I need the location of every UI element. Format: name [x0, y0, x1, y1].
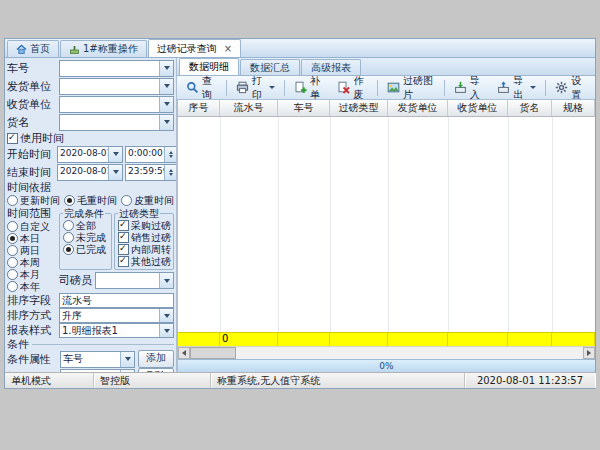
checkbox-icon: [118, 244, 129, 255]
column-header-vehicle[interactable]: 车号: [278, 100, 330, 116]
scroll-left-button[interactable]: [178, 347, 190, 359]
radio-icon: [121, 195, 132, 206]
column-gridline: [552, 117, 553, 332]
time-spinner[interactable]: [164, 165, 176, 180]
radio-update-time[interactable]: 更新时间: [7, 194, 60, 208]
settings-button[interactable]: 设置: [549, 77, 592, 98]
sort-order-combo[interactable]: 升序: [59, 308, 174, 323]
column-header-weigh-type[interactable]: 过磅类型: [330, 100, 388, 116]
checkbox-purchase-weigh[interactable]: 采购过磅: [118, 220, 171, 231]
combo-value: [60, 115, 159, 130]
condition-attr-combo[interactable]: 车号: [60, 351, 135, 368]
chevron-down-icon[interactable]: [159, 309, 173, 322]
radio-range-custom[interactable]: 自定义: [7, 221, 57, 232]
vehicle-combo[interactable]: [59, 60, 174, 77]
scrollbar-thumb[interactable]: [190, 347, 236, 359]
radio-range-year[interactable]: 本年: [7, 281, 57, 292]
receiver-combo[interactable]: [59, 96, 174, 113]
use-time-row: 使用时间: [7, 132, 174, 144]
radio-gross-time[interactable]: 毛重时间: [64, 194, 117, 208]
chevron-down-icon[interactable]: [159, 79, 173, 94]
radio-finish-all[interactable]: 全部: [63, 220, 109, 231]
chevron-down-icon[interactable]: [159, 273, 173, 288]
option-label: 皮重时间: [134, 194, 174, 208]
status-message: 称重系统,无人值守系统: [211, 373, 465, 388]
scrollbar-track[interactable]: [236, 347, 583, 359]
table-body-empty[interactable]: [178, 117, 595, 332]
radio-icon: [64, 195, 75, 206]
home-icon: [16, 44, 27, 55]
summary-count: 0: [220, 333, 278, 346]
column-header-serial[interactable]: 流水号: [220, 100, 278, 116]
checkbox-other-weigh[interactable]: 其他过磅: [118, 256, 171, 267]
end-date-combo[interactable]: 2020-08-01: [57, 164, 123, 181]
column-header-seq[interactable]: 序号: [178, 100, 220, 116]
end-time-spinbox[interactable]: 23:59:59: [125, 164, 177, 181]
sender-combo[interactable]: [59, 78, 174, 95]
horizontal-scrollbar[interactable]: [178, 346, 595, 359]
goods-combo[interactable]: [59, 114, 174, 131]
status-mode: 单机模式: [5, 373, 94, 388]
radio-range-month[interactable]: 本月: [7, 269, 57, 280]
chevron-down-icon[interactable]: [159, 97, 173, 112]
radio-icon: [7, 257, 18, 268]
toolbar-separator: [284, 80, 285, 96]
tab-home[interactable]: 首页: [7, 40, 59, 57]
weigh-photos-button[interactable]: 过磅图片: [381, 77, 441, 98]
column-header-receiver[interactable]: 收货单位: [448, 100, 508, 116]
finish-state-group: 完成条件 全部 未完成 已完成: [59, 213, 112, 270]
tab-weigh-operation[interactable]: 1#称重操作: [60, 40, 147, 57]
chevron-down-icon[interactable]: [120, 352, 134, 367]
chevron-down-icon[interactable]: [108, 147, 122, 162]
chevron-down-icon[interactable]: [159, 324, 173, 337]
chevron-down-icon[interactable]: [108, 165, 122, 180]
radio-tare-time[interactable]: 皮重时间: [121, 194, 174, 208]
tab-label: 首页: [30, 42, 50, 56]
column-header-sender[interactable]: 发货单位: [388, 100, 448, 116]
radio-range-today[interactable]: 本日: [7, 233, 57, 244]
radio-range-week[interactable]: 本周: [7, 257, 57, 268]
import-button[interactable]: 导入: [448, 77, 491, 98]
time-range-label: 时间范围: [7, 208, 57, 220]
radio-finish-complete[interactable]: 已完成: [63, 244, 109, 255]
filter-row-goods: 货名: [7, 114, 174, 130]
add-condition-button[interactable]: 添加: [138, 350, 174, 368]
column-header-spec[interactable]: 规格: [552, 100, 595, 116]
summary-cell: [388, 333, 448, 346]
query-button[interactable]: 查询: [180, 77, 223, 98]
report-style-combo[interactable]: 1.明细报表1: [59, 323, 174, 338]
scale-icon: [69, 44, 80, 55]
tab-weigh-record-query[interactable]: 过磅记录查询 ×: [148, 39, 241, 57]
sort-field-input[interactable]: 流水号: [59, 293, 174, 308]
supplement-order-button[interactable]: 补单: [288, 77, 331, 98]
radio-range-two-days[interactable]: 两日: [7, 245, 57, 256]
add-doc-icon: [294, 81, 307, 94]
tab-data-summary[interactable]: 数据汇总: [240, 59, 300, 75]
use-time-checkbox[interactable]: 使用时间: [7, 131, 64, 146]
checkbox-sales-weigh[interactable]: 销售过磅: [118, 232, 171, 243]
combo-value: 车号: [61, 352, 120, 367]
radio-finish-incomplete[interactable]: 未完成: [63, 232, 109, 243]
scroll-right-button[interactable]: [583, 347, 595, 359]
query-filter-panel: 车号 发货单位 收货单位: [5, 58, 177, 372]
column-header-goods[interactable]: 货名: [508, 100, 552, 116]
chevron-down-icon[interactable]: [159, 61, 173, 76]
tab-label: 数据汇总: [250, 62, 290, 73]
chevron-down-icon[interactable]: [159, 115, 173, 130]
table-header: 序号 流水号 车号 过磅类型 发货单位 收货单位 货名 规格: [178, 100, 595, 117]
checkbox-icon: [118, 256, 129, 267]
tab-data-detail[interactable]: 数据明细: [179, 58, 239, 75]
filter-row-receiver: 收货单位: [7, 96, 174, 112]
checkbox-internal-transfer[interactable]: 内部周转: [118, 244, 171, 255]
start-time-spinbox[interactable]: 0:00:00: [125, 146, 177, 163]
export-button[interactable]: 导出: [491, 77, 542, 98]
weigher-combo[interactable]: [95, 272, 174, 289]
void-button[interactable]: 作废: [331, 77, 374, 98]
print-button[interactable]: 打印: [230, 77, 281, 98]
time-spinner[interactable]: [164, 147, 176, 162]
condition-attr-label: 条件属性: [7, 352, 57, 367]
start-date-combo[interactable]: 2020-08-01: [57, 146, 123, 163]
result-grid: 序号 流水号 车号 过磅类型 发货单位 收货单位 货名 规格: [177, 100, 595, 372]
start-date-value: 2020-08-01: [58, 147, 108, 162]
close-icon[interactable]: ×: [224, 44, 232, 54]
